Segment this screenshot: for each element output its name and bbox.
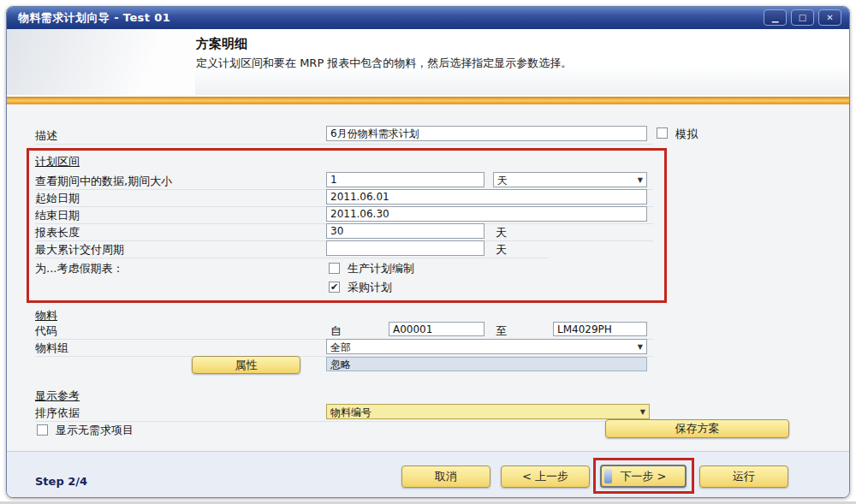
purchase-planning-label: 采购计划: [348, 280, 392, 295]
minimize-icon: ▁: [772, 13, 779, 22]
material-group-dropdown[interactable]: 全部 ▼: [326, 339, 647, 354]
max-lead-time-unit: 天: [496, 242, 507, 258]
maximize-icon: □: [799, 13, 806, 22]
run-button[interactable]: 运行: [699, 465, 788, 488]
period-unit-value: 天: [497, 175, 508, 187]
production-planning-label: 生产计划编制: [348, 261, 414, 276]
attributes-button[interactable]: 属性: [192, 356, 300, 374]
row-separator: [35, 258, 549, 258]
chevron-down-icon: ▼: [640, 408, 645, 416]
wizard-header: 方案明细 定义计划区间和要在 MRP 报表中包含的物料，然后选择指定显示参数选择…: [7, 29, 849, 95]
report-length-input[interactable]: [326, 223, 484, 239]
material-group-label: 物料组: [35, 341, 68, 356]
no-demand-label: 显示无需求项目: [56, 423, 134, 438]
start-date-input[interactable]: [326, 189, 647, 205]
sort-by-dropdown[interactable]: 物料编号 ▼: [326, 404, 650, 419]
next-button[interactable]: 下一步 >: [600, 465, 687, 488]
simulation-label: 模拟: [675, 127, 698, 142]
code-from-input[interactable]: [389, 322, 484, 336]
page-subtitle: 定义计划区间和要在 MRP 报表中包含的物料，然后选择指定显示参数选择。: [196, 56, 572, 71]
page-title: 方案明细: [196, 36, 247, 52]
report-length-label: 报表长度: [35, 225, 80, 240]
simulation-checkbox[interactable]: [657, 127, 668, 139]
back-label: < 上一步: [522, 469, 568, 484]
screenshot-stage: 物料需求计划向导 - Test 01 ▁ □ ✕ 方案明细 定义计划区间和要在 …: [0, 0, 856, 504]
back-button[interactable]: < 上一步: [501, 465, 590, 488]
no-demand-checkbox[interactable]: [37, 424, 48, 436]
code-to-input[interactable]: [553, 322, 647, 336]
header-shade: [7, 29, 195, 95]
report-length-unit: 天: [496, 225, 507, 240]
holiday-label: 为...考虑假期表：: [35, 261, 123, 276]
step-indicator: Step 2/4: [35, 475, 87, 488]
period-unit-dropdown[interactable]: 天 ▼: [493, 172, 647, 187]
row-separator: [35, 144, 653, 145]
close-button[interactable]: ✕: [818, 9, 841, 26]
default-button-accent: [604, 469, 612, 483]
save-scheme-label: 保存方案: [675, 421, 720, 436]
cancel-button[interactable]: 取消: [401, 465, 490, 488]
max-lead-time-label: 最大累计交付周期: [35, 242, 124, 258]
chevron-down-icon: ▼: [638, 343, 643, 351]
code-label: 代码: [35, 323, 57, 339]
description-label: 描述: [35, 128, 57, 144]
from-label: 自: [330, 323, 342, 339]
period-size-input[interactable]: [326, 172, 484, 187]
row-separator: [35, 421, 653, 422]
cancel-label: 取消: [435, 469, 457, 484]
window-controls: ▁ □ ✕: [764, 9, 841, 26]
to-label: 至: [496, 323, 507, 339]
description-input[interactable]: [326, 126, 647, 141]
maximize-button[interactable]: □: [791, 9, 814, 26]
ignore-field: 忽略: [326, 357, 647, 371]
material-group-value: 全部: [330, 341, 351, 353]
end-date-input[interactable]: [326, 206, 647, 222]
next-label: 下一步 >: [620, 469, 666, 484]
sort-by-label: 排序依据: [35, 406, 80, 421]
mrp-wizard-window: 物料需求计划向导 - Test 01 ▁ □ ✕ 方案明细 定义计划区间和要在 …: [6, 6, 850, 498]
attributes-button-label: 属性: [235, 358, 258, 373]
purchase-planning-checkbox[interactable]: ✔: [329, 282, 340, 293]
chevron-down-icon: ▼: [638, 176, 643, 184]
save-scheme-button[interactable]: 保存方案: [605, 419, 789, 438]
sort-by-value: 物料编号: [330, 406, 372, 418]
window-title: 物料需求计划向导 - Test 01: [7, 10, 170, 26]
checkmark: ✔: [330, 282, 338, 293]
section-display-reference: 显示参考: [35, 388, 80, 404]
minimize-button[interactable]: ▁: [764, 9, 787, 26]
close-icon: ✕: [826, 13, 833, 22]
production-planning-checkbox[interactable]: [329, 263, 340, 274]
end-date-label: 结束日期: [35, 208, 80, 223]
period-label: 查看期间中的数据,期间大小: [35, 174, 172, 189]
max-lead-time-input[interactable]: [326, 240, 484, 256]
run-label: 运行: [733, 469, 755, 484]
gold-divider-bar: [7, 95, 849, 106]
section-material: 物料: [35, 308, 57, 323]
start-date-label: 起始日期: [35, 191, 80, 206]
titlebar[interactable]: 物料需求计划向导 - Test 01: [7, 7, 849, 29]
section-planning-interval: 计划区间: [35, 154, 80, 169]
